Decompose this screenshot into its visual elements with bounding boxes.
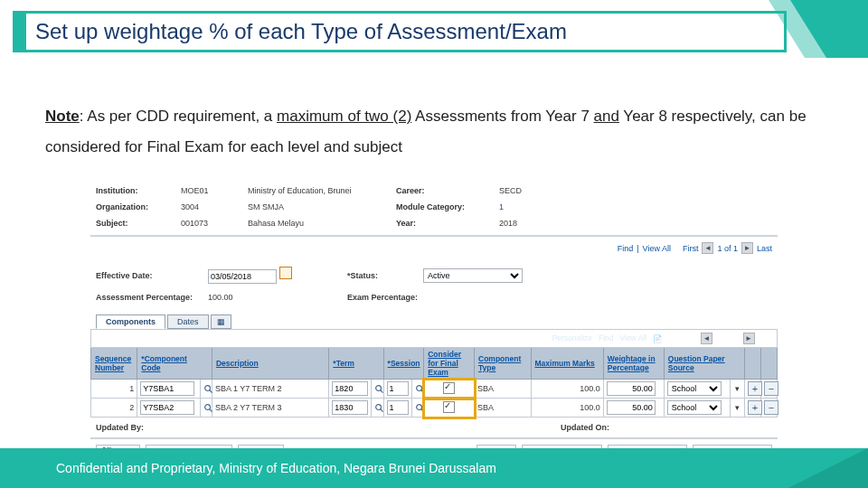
cell-term <box>329 399 372 418</box>
year-value: 2018 <box>499 219 590 228</box>
calendar-icon[interactable] <box>279 267 292 279</box>
term-input[interactable] <box>332 400 368 415</box>
record-position: 1 of 1 <box>717 244 738 253</box>
grid-position: 1-2 of 2 <box>714 333 741 343</box>
tab-components[interactable]: Components <box>96 314 165 329</box>
cell-session <box>383 399 411 418</box>
organization-value: 3004 <box>181 202 244 211</box>
col-session[interactable]: *Session <box>388 359 420 368</box>
cell-session <box>383 380 411 399</box>
viewall-link[interactable]: View All <box>643 244 671 253</box>
cell-max: 100.0 <box>531 399 603 418</box>
col-description[interactable]: Description <box>216 359 259 368</box>
col-ctype[interactable]: Component Type <box>478 354 521 372</box>
organization-name: SM SMJA <box>248 202 392 211</box>
cell-desc: SBA 1 Y7 TERM 2 <box>212 380 328 399</box>
cell-weight <box>603 380 664 399</box>
grid-toolbar: Personalize | Find | View All | 📄 | ▦ Fi… <box>91 330 778 348</box>
col-weight[interactable]: Weightage in Percentage <box>608 354 656 372</box>
cell-qsrc: School <box>664 399 731 418</box>
status-select[interactable]: Active <box>423 268 523 283</box>
effective-date-label: Effective Date: <box>96 271 204 280</box>
lookup-icon[interactable] <box>374 403 384 413</box>
col-sequence[interactable]: Sequence Number <box>95 354 131 372</box>
cell-weight <box>603 399 664 418</box>
lookup-icon[interactable] <box>415 384 425 394</box>
title-frame: Set up weightage % of each Type of Asses… <box>24 11 787 52</box>
svg-point-4 <box>376 385 382 390</box>
qsrc-select[interactable]: School <box>667 400 722 415</box>
delete-row-button[interactable]: − <box>764 381 778 396</box>
prev-button[interactable]: ◄ <box>702 242 713 254</box>
updated-by-label: Updated By: <box>96 423 144 432</box>
cell-consider <box>424 380 475 399</box>
col-max[interactable]: Maximum Marks <box>535 359 595 368</box>
svg-line-7 <box>421 389 424 392</box>
weight-input[interactable] <box>607 381 656 396</box>
lookup-icon[interactable] <box>374 384 384 394</box>
institution-name: Ministry of Education, Brunei <box>248 186 392 195</box>
grid-find-link[interactable]: Find <box>599 333 614 343</box>
consider-checkbox[interactable] <box>443 401 455 413</box>
update-info: Updated By: Updated On: <box>90 418 778 437</box>
cell-code <box>137 380 200 399</box>
assess-pct-value: 100.00 <box>208 293 344 302</box>
weight-input[interactable] <box>607 400 656 415</box>
session-input[interactable] <box>387 400 409 415</box>
code-input[interactable] <box>140 400 194 415</box>
subject-name: Bahasa Melayu <box>248 219 392 228</box>
term-input[interactable] <box>332 381 368 396</box>
effective-date-input[interactable] <box>208 269 277 284</box>
svg-line-11 <box>381 408 383 411</box>
grid-viewall-link[interactable]: View All <box>619 333 646 343</box>
next-button[interactable]: ► <box>741 242 753 254</box>
consider-checkbox[interactable] <box>443 382 455 394</box>
add-row-button[interactable]: + <box>748 400 762 415</box>
module-category-label: Module Category: <box>396 202 495 211</box>
lookup-icon[interactable] <box>203 384 213 394</box>
session-input[interactable] <box>387 381 409 396</box>
add-row-button[interactable]: + <box>748 381 762 396</box>
status-label: *Status: <box>347 271 420 280</box>
cell-consider <box>424 399 475 418</box>
qsrc-select[interactable]: School <box>667 381 722 396</box>
cell-desc: SBA 2 Y7 TERM 3 <box>212 399 328 418</box>
organization-label: Organization: <box>96 202 177 211</box>
find-link[interactable]: Find <box>618 244 634 253</box>
header-info: Institution: MOE01 Ministry of Education… <box>90 179 778 235</box>
cell-ctype: SBA <box>475 399 531 418</box>
grid-tabs: Components Dates ▦ <box>90 314 778 329</box>
col-consider[interactable]: Consider for Final Exam <box>428 350 461 377</box>
personalize-link[interactable]: Personalize <box>552 333 592 343</box>
cell-seq: 2 <box>91 399 137 418</box>
mid-fields: Effective Date: *Status: Active Assessme… <box>90 259 778 309</box>
svg-line-13 <box>421 408 424 411</box>
lookup-icon[interactable] <box>203 403 213 413</box>
title-accent-block <box>13 11 24 52</box>
cell-ctype: SBA <box>475 380 531 399</box>
svg-marker-14 <box>788 448 868 488</box>
table-row: 1SBA 1 Y7 TERM 2SBA100.0School▾+− <box>91 380 778 399</box>
note-label: Note <box>45 108 80 125</box>
record-nav: Find | View All First ◄ 1 of 1 ► Last <box>90 237 778 259</box>
effective-date-field <box>208 267 344 284</box>
svg-line-3 <box>209 389 212 392</box>
code-input[interactable] <box>140 381 194 396</box>
col-component-code[interactable]: *Component Code <box>141 354 187 372</box>
last-label: Last <box>757 244 772 253</box>
assess-pct-label: Assessment Percentage: <box>96 293 204 302</box>
svg-point-10 <box>376 404 382 409</box>
cell-qsrc: School <box>664 380 731 399</box>
svg-line-5 <box>381 389 383 392</box>
slide-title-bar: Set up weightage % of each Type of Asses… <box>0 0 868 58</box>
app-screenshot: Institution: MOE01 Ministry of Education… <box>90 179 778 465</box>
tab-dates[interactable]: Dates <box>167 314 209 329</box>
tab-expand[interactable]: ▦ <box>211 314 231 329</box>
cell-max: 100.0 <box>531 380 603 399</box>
lookup-icon[interactable] <box>415 403 425 413</box>
col-qsrc[interactable]: Question Paper Source <box>668 354 725 372</box>
module-category-value[interactable]: 1 <box>499 202 590 211</box>
col-term[interactable]: *Term <box>333 359 354 368</box>
updated-on-label: Updated On: <box>561 423 609 432</box>
delete-row-button[interactable]: − <box>764 400 778 415</box>
